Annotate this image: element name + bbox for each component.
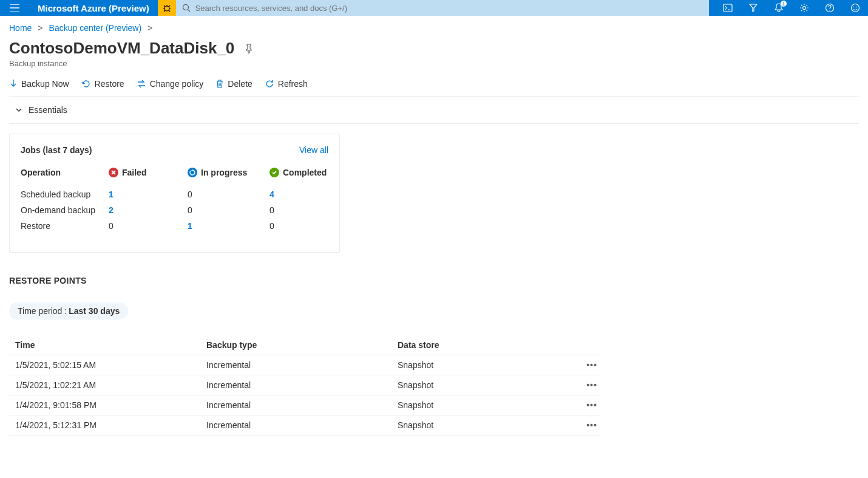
rp-store: Snapshot [398, 400, 577, 410]
svg-point-7 [856, 7, 858, 8]
col-in-progress: In progress [188, 168, 270, 177]
rp-time: 1/4/2021, 9:01:58 PM [15, 400, 206, 410]
jobs-title: Jobs (last 7 days) [21, 145, 92, 155]
jobs-header: Jobs (last 7 days) View all [21, 145, 328, 155]
directories-button[interactable] [741, 0, 766, 16]
restore-button[interactable]: Restore [81, 79, 124, 89]
breadcrumb-sep: > [38, 23, 42, 33]
rp-more-button[interactable]: ••• [577, 420, 607, 430]
rp-table-header: Time Backup type Data store [9, 335, 601, 355]
progress-icon [188, 168, 197, 177]
jobs-table: Operation Failed In progress [21, 165, 328, 234]
jobs-card: Jobs (last 7 days) View all Operation Fa… [9, 134, 340, 253]
change-policy-button[interactable]: Change policy [137, 79, 204, 89]
job-progress-count[interactable]: 1 [188, 221, 270, 231]
refresh-icon [265, 79, 274, 89]
download-icon [9, 79, 18, 89]
svg-point-5 [852, 4, 860, 12]
feedback-button[interactable] [843, 0, 868, 16]
rp-type: Incremental [206, 420, 398, 430]
job-progress-count: 0 [188, 205, 270, 215]
hamburger-menu[interactable] [0, 0, 29, 16]
restore-point-row: 1/5/2021, 1:02:21 AMIncrementalSnapshot•… [9, 375, 601, 395]
col-data-store: Data store [398, 340, 577, 350]
rp-more-button[interactable]: ••• [577, 400, 607, 410]
restore-points-table: Time Backup type Data store 1/5/2021, 5:… [9, 335, 601, 435]
content: Home > Backup center (Preview) > Contoso… [0, 16, 868, 435]
col-operation: Operation [21, 168, 109, 177]
restore-point-row: 1/4/2021, 9:01:58 PMIncrementalSnapshot•… [9, 395, 601, 415]
job-completed-count[interactable]: 4 [270, 189, 330, 199]
rp-more-button[interactable]: ••• [577, 380, 607, 390]
toolbar-label: Restore [95, 79, 124, 89]
col-completed: Completed [270, 168, 330, 177]
col-backup-type: Backup type [206, 340, 398, 350]
svg-point-6 [853, 7, 855, 8]
command-bar: Backup Now Restore Change policy Delete … [9, 79, 859, 97]
breadcrumb-backup-center[interactable]: Backup center (Preview) [49, 23, 142, 33]
smiley-icon [850, 3, 860, 13]
time-period-chip[interactable]: Time period : Last 30 days [9, 302, 128, 319]
view-all-link[interactable]: View all [299, 145, 328, 155]
failed-icon [109, 168, 118, 177]
essentials-label: Essentials [29, 105, 67, 115]
completed-icon [270, 168, 279, 177]
search-input[interactable] [195, 4, 703, 13]
notification-badge: 1 [781, 1, 787, 7]
cloud-shell-button[interactable] [715, 0, 741, 16]
toolbar-label: Delete [228, 79, 252, 89]
rp-store: Snapshot [398, 420, 577, 430]
time-period-label: Time period : [18, 306, 67, 316]
settings-button[interactable] [792, 0, 817, 16]
job-completed-count: 0 [270, 205, 330, 215]
search-icon [182, 4, 191, 12]
rp-more-button[interactable]: ••• [577, 360, 607, 370]
svg-point-3 [803, 7, 806, 10]
rp-time: 1/5/2021, 1:02:21 AM [15, 380, 206, 390]
backup-now-button[interactable]: Backup Now [9, 79, 69, 89]
essentials-toggle[interactable]: Essentials [9, 97, 859, 124]
restore-point-row: 1/5/2021, 5:02:15 AMIncrementalSnapshot•… [9, 355, 601, 375]
job-progress-count: 0 [188, 189, 270, 199]
search-bar[interactable] [176, 0, 709, 16]
pin-button[interactable] [244, 44, 254, 53]
job-failed-count[interactable]: 2 [109, 205, 188, 215]
breadcrumb-home[interactable]: Home [9, 23, 32, 33]
jobs-row: On-demand backup200 [21, 202, 328, 218]
refresh-button[interactable]: Refresh [265, 79, 308, 89]
help-button[interactable] [817, 0, 843, 16]
undo-icon [81, 79, 91, 89]
notifications-button[interactable]: 1 [766, 0, 792, 16]
topbar: Microsoft Azure (Preview) 1 [0, 0, 868, 16]
preview-badge[interactable] [158, 0, 176, 16]
rp-type: Incremental [206, 380, 398, 390]
rp-type: Incremental [206, 360, 398, 370]
svg-point-0 [164, 6, 169, 11]
delete-button[interactable]: Delete [215, 79, 252, 89]
rp-store: Snapshot [398, 380, 577, 390]
time-period-value: Last 30 days [69, 306, 120, 316]
rp-time: 1/4/2021, 5:12:31 PM [15, 420, 206, 430]
restore-points-title: RESTORE POINTS [9, 276, 859, 285]
gear-icon [799, 3, 809, 13]
brand-label: Microsoft Azure (Preview) [29, 3, 158, 13]
pin-icon [244, 44, 254, 53]
topbar-actions: 1 [715, 0, 868, 16]
restore-point-row: 1/4/2021, 5:12:31 PMIncrementalSnapshot•… [9, 415, 601, 435]
breadcrumb-sep: > [147, 23, 152, 33]
chevron-down-icon [15, 106, 22, 114]
swap-icon [137, 80, 146, 88]
job-operation: Restore [21, 221, 109, 231]
cloud-shell-icon [723, 4, 733, 12]
rp-store: Snapshot [398, 360, 577, 370]
help-icon [825, 3, 835, 13]
svg-rect-2 [724, 4, 732, 12]
job-failed-count[interactable]: 1 [109, 189, 188, 199]
job-operation: Scheduled backup [21, 189, 109, 199]
bug-icon [162, 3, 172, 13]
jobs-row: Scheduled backup104 [21, 186, 328, 202]
jobs-row: Restore010 [21, 218, 328, 234]
toolbar-label: Backup Now [21, 79, 69, 89]
toolbar-label: Change policy [150, 79, 204, 89]
job-operation: On-demand backup [21, 205, 109, 215]
